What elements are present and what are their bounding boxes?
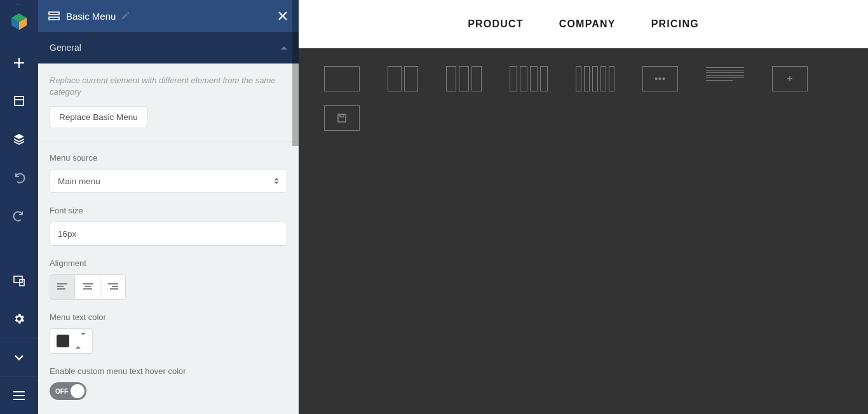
collapse-panel-button[interactable] [0, 338, 38, 376]
select-arrows-icon [274, 178, 279, 184]
svg-rect-3 [15, 97, 24, 105]
drag-handle-icon[interactable]: ⋯ [15, 1, 23, 8]
menu-text-color-picker[interactable] [50, 328, 93, 354]
element-settings-panel: Basic Menu General Replace current eleme… [38, 0, 299, 414]
panel-scrollbar[interactable] [292, 0, 299, 146]
basic-menu-icon [48, 11, 60, 20]
text-block-icon[interactable] [706, 66, 744, 91]
preview-toolbar: ••• + [299, 48, 868, 414]
menu-button[interactable] [0, 376, 38, 414]
svg-rect-10 [49, 12, 59, 15]
add-block-button[interactable]: + [772, 66, 808, 91]
add-element-button[interactable] [0, 44, 38, 82]
menu-source-label: Menu source [50, 153, 287, 163]
layout-col-4-icon[interactable] [510, 66, 548, 91]
panel-header: Basic Menu [38, 0, 299, 32]
layout-more-button[interactable]: ••• [642, 66, 678, 91]
align-center-button[interactable] [75, 274, 100, 300]
svg-rect-8 [13, 395, 25, 396]
app-logo[interactable] [10, 12, 29, 31]
alignment-group [50, 274, 287, 300]
save-template-button[interactable] [324, 105, 360, 131]
replace-element-button[interactable]: Replace Basic Menu [50, 106, 147, 128]
panel-title: Basic Menu [66, 11, 116, 22]
hover-color-toggle[interactable]: OFF [50, 382, 86, 400]
menu-source-value: Main menu [58, 177, 100, 186]
font-size-input[interactable]: 16px [50, 222, 287, 246]
color-swatch [57, 335, 69, 347]
layout-col-3-icon[interactable] [446, 66, 482, 91]
panel-body: Replace current element with different e… [38, 63, 299, 414]
toggle-state: OFF [55, 388, 68, 395]
layout-col-2-icon[interactable] [388, 66, 418, 91]
svg-rect-11 [49, 17, 59, 20]
edit-title-icon[interactable] [121, 11, 130, 20]
font-size-value: 16px [58, 229, 76, 239]
section-general[interactable]: General [38, 32, 299, 63]
svg-rect-23 [338, 114, 346, 122]
select-arrows-icon [76, 335, 86, 347]
layout-col-5-icon[interactable] [576, 66, 614, 91]
nav-rail: ⋯ [0, 0, 38, 414]
svg-rect-7 [13, 391, 25, 392]
replace-hint: Replace current element with different e… [50, 75, 287, 97]
align-left-button[interactable] [50, 274, 75, 300]
preview-menu: PRODUCT COMPANY PRICING [299, 0, 868, 48]
templates-button[interactable] [0, 82, 38, 120]
responsive-view-button[interactable] [0, 262, 38, 300]
layout-col-1-icon[interactable] [324, 66, 360, 91]
menu-item-product[interactable]: PRODUCT [468, 18, 524, 30]
svg-rect-24 [340, 114, 344, 117]
menu-item-pricing[interactable]: PRICING [651, 18, 699, 30]
tree-view-button[interactable] [0, 120, 38, 158]
alignment-label: Alignment [50, 258, 287, 268]
section-title: General [50, 43, 81, 53]
settings-button[interactable] [0, 300, 38, 338]
preview-area: PRODUCT COMPANY PRICING ••• + [299, 0, 868, 414]
menu-source-select[interactable]: Main menu [50, 169, 287, 193]
align-right-button[interactable] [100, 274, 126, 300]
undo-button[interactable] [0, 158, 38, 196]
menu-item-company[interactable]: COMPANY [559, 18, 616, 30]
redo-button[interactable] [0, 196, 38, 234]
close-panel-button[interactable] [277, 10, 288, 22]
svg-rect-9 [13, 399, 25, 400]
chevron-up-icon [281, 46, 287, 50]
menu-text-color-label: Menu text color [50, 312, 287, 322]
hover-color-toggle-label: Enable custom menu text hover color [50, 366, 287, 376]
toggle-knob [71, 384, 85, 398]
font-size-label: Font size [50, 206, 287, 215]
